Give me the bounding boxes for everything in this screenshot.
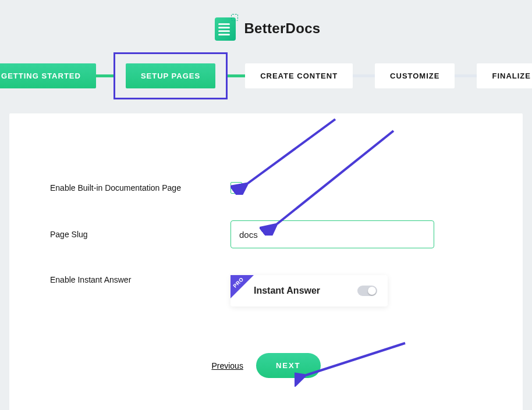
enable-doc-page-label: Enable Built-in Documentation Page	[50, 183, 207, 192]
wizard-nav: Previous NEXT	[50, 353, 482, 378]
svg-line-0	[248, 119, 335, 183]
page-slug-label: Page Slug	[50, 230, 207, 239]
previous-link[interactable]: Previous	[211, 361, 243, 370]
step-setup-pages[interactable]: SETUP PAGES	[126, 63, 215, 88]
step-getting-started[interactable]: GETTING STARTED	[0, 63, 96, 88]
step-connector	[353, 74, 375, 77]
brand-header: BetterDocs	[0, 0, 532, 52]
step-connector	[455, 74, 477, 77]
step-finalize[interactable]: FINALIZE	[477, 63, 532, 88]
instant-answer-card: PRO Instant Answer	[230, 275, 388, 306]
row-enable-doc-page: Enable Built-in Documentation Page ✓	[50, 182, 482, 194]
page-slug-input[interactable]	[230, 220, 434, 248]
enable-doc-page-checkbox[interactable]: ✓	[230, 182, 242, 194]
row-page-slug: Page Slug	[50, 220, 482, 248]
instant-answer-title: Instant Answer	[254, 286, 320, 296]
brand-name: BetterDocs	[244, 20, 320, 37]
step-highlight-box: SETUP PAGES	[114, 52, 228, 99]
step-connector	[228, 74, 245, 77]
instant-answer-toggle[interactable]	[357, 286, 377, 296]
logo-icon	[211, 15, 238, 42]
svg-line-1	[277, 131, 393, 224]
next-button[interactable]: NEXT	[256, 353, 321, 378]
step-connector	[96, 74, 114, 77]
step-customize[interactable]: CUSTOMIZE	[375, 63, 455, 88]
step-create-content[interactable]: CREATE CONTENT	[245, 63, 353, 88]
row-instant-answer: Enable Instant Answer PRO Instant Answer	[50, 275, 482, 306]
annotation-arrow	[260, 119, 411, 236]
instant-answer-label: Enable Instant Answer	[50, 275, 207, 284]
setup-panel: Enable Built-in Documentation Page ✓ Pag…	[9, 113, 523, 410]
setup-stepper: GETTING STARTED SETUP PAGES CREATE CONTE…	[12, 52, 520, 99]
